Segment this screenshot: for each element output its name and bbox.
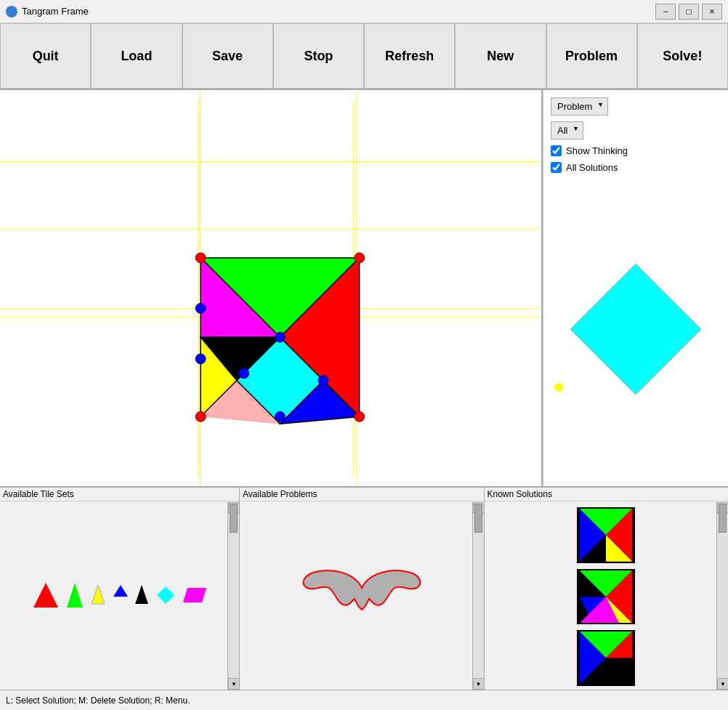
svg-point-12 [195,253,206,263]
all-dropdown-wrap: All [551,121,583,140]
svg-marker-27 [135,585,148,604]
close-button[interactable]: × [702,4,722,20]
bat-shape [296,559,427,632]
svg-marker-28 [157,586,174,604]
problem-dropdown-row: Problem [551,97,721,116]
tile-sets-content [0,501,239,689]
app-icon [6,6,17,17]
svg-point-21 [275,411,285,421]
show-thinking-label: Show Thinking [566,145,628,156]
svg-marker-26 [113,585,128,597]
solutions-scrollbar-thumb[interactable] [719,504,727,533]
problems-header: Available Problems [240,488,484,501]
all-solutions-row: All Solutions [551,162,721,173]
tile-magenta-parallelogram[interactable] [182,586,208,604]
svg-marker-29 [183,588,206,602]
right-panel: Problem All Show Thinking All Solutions [543,90,728,486]
svg-point-14 [195,411,206,421]
problem-button[interactable]: Problem [546,23,637,89]
svg-point-20 [318,376,328,386]
problem-dropdown-wrap: Problem [551,97,608,116]
show-thinking-row: Show Thinking [551,145,721,156]
svg-marker-22 [570,264,701,395]
svg-marker-23 [33,583,58,608]
svg-point-16 [195,303,206,313]
canvas-area[interactable] [0,90,543,486]
tile-sets-header: Available Tile Sets [0,488,239,501]
solution-thumb-3[interactable] [577,630,635,686]
svg-point-17 [195,354,206,364]
save-button[interactable]: Save [182,23,273,89]
minimize-button[interactable]: − [655,4,676,20]
problems-scrollbar[interactable]: ▲ ▼ [472,502,484,690]
refresh-button[interactable]: Refresh [364,23,455,89]
scrollbar-thumb[interactable] [230,504,238,533]
all-solutions-checkbox[interactable] [551,162,562,173]
problems-content[interactable] [240,501,484,689]
app-title: Tangram Frame [22,6,89,17]
solutions-scrollbar-down[interactable]: ▼ [717,678,728,690]
tile-cyan-diamond[interactable] [155,585,176,605]
tile-red-triangle[interactable] [32,581,60,609]
solution-thumb-1[interactable] [577,507,635,563]
diamond-preview [551,179,721,479]
svg-point-18 [275,332,285,342]
scrollbar-down-arrow[interactable]: ▼ [228,678,240,690]
maximize-button[interactable]: □ [679,4,699,20]
tile-black-triangle[interactable] [134,584,150,607]
show-thinking-checkbox[interactable] [551,145,562,156]
load-button[interactable]: Load [91,23,182,89]
solutions-scrollbar[interactable]: ▲ ▼ [716,502,728,690]
svg-point-19 [239,368,249,379]
svg-marker-24 [67,583,83,608]
solutions-panel: Known Solutions [485,488,729,690]
toolbar: Quit Load Save Stop Refresh New Problem … [0,23,728,90]
svg-point-15 [355,411,365,421]
tile-sets-panel: Available Tile Sets [0,488,240,690]
title-bar: Tangram Frame − □ × [0,0,728,23]
solutions-header: Known Solutions [485,488,729,501]
window-controls: − □ × [655,4,722,20]
tangram-canvas[interactable] [0,90,541,486]
all-solutions-label: All Solutions [566,162,618,173]
solution-thumb-2[interactable] [577,569,635,625]
all-dropdown[interactable]: All [551,121,583,140]
tile-sets-scrollbar[interactable]: ▲ ▼ [227,502,239,690]
svg-point-13 [355,253,365,263]
status-text: L: Select Solution; M: Delete Solution; … [6,695,190,706]
tile-blue-triangle[interactable] [112,584,128,607]
all-dropdown-row: All [551,121,721,140]
solutions-content[interactable] [485,501,729,689]
stop-button[interactable]: Stop [273,23,364,89]
problem-dropdown[interactable]: Problem [551,97,608,116]
bottom-section: Available Tile Sets [0,486,728,690]
problems-scrollbar-down[interactable]: ▼ [473,678,485,690]
quit-button[interactable]: Quit [0,23,91,89]
status-bar: L: Select Solution; M: Delete Solution; … [0,690,728,710]
yellow-indicator [554,383,563,392]
main-area: Problem All Show Thinking All Solutions [0,90,728,486]
problems-panel: Available Problems ▲ ▼ [240,488,485,690]
tile-yellow-triangle[interactable] [90,584,106,607]
problems-scrollbar-thumb[interactable] [474,504,482,533]
new-button[interactable]: New [455,23,546,89]
diamond-svg [563,257,708,402]
tile-sets-area [6,574,233,616]
solve-button[interactable]: Solve! [637,23,728,89]
svg-marker-25 [92,585,105,604]
tile-green-triangle[interactable] [65,581,84,609]
